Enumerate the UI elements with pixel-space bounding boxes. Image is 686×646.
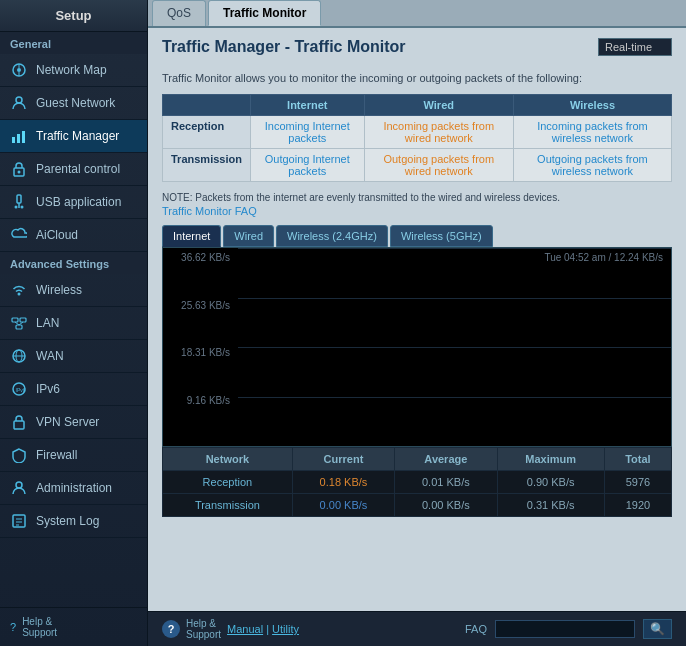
svg-point-13	[21, 206, 24, 209]
transmission-internet: Outgoing Internet packets	[250, 149, 364, 182]
stats-reception-average: 0.01 KB/s	[395, 471, 497, 494]
faq-label: FAQ	[465, 623, 487, 635]
help-section: ? Help & Support Manual | Utility	[162, 618, 299, 640]
svg-point-14	[18, 293, 21, 296]
monitor-tab-wireless24[interactable]: Wireless (2.4GHz)	[276, 225, 388, 247]
graph-line-3	[238, 397, 671, 398]
graph-line-4	[238, 446, 671, 447]
monitor-tab-wireless5[interactable]: Wireless (5GHz)	[390, 225, 493, 247]
setup-header: Setup	[0, 0, 147, 32]
svg-rect-25	[14, 421, 24, 429]
table-row-transmission: Transmission Outgoing Internet packets O…	[163, 149, 672, 182]
stats-transmission-label: Transmission	[163, 494, 293, 517]
col-wired: Wired	[364, 95, 513, 116]
manual-link[interactable]: Manual	[227, 623, 263, 635]
vpn-icon	[10, 413, 28, 431]
sidebar-item-traffic-manager[interactable]: Traffic Manager	[0, 120, 147, 153]
sidebar-item-wan-label: WAN	[36, 349, 64, 363]
sidebar-bottom: ? Help & Support	[0, 607, 147, 646]
sidebar-item-wan[interactable]: WAN	[0, 340, 147, 373]
faq-link[interactable]: Traffic Monitor FAQ	[162, 205, 672, 217]
reception-label: Reception	[163, 116, 251, 149]
svg-point-9	[18, 171, 21, 174]
sidebar-item-guest-network[interactable]: Guest Network	[0, 87, 147, 120]
svg-point-26	[16, 482, 22, 488]
sidebar-item-parental-label: Parental control	[36, 162, 120, 176]
svg-rect-15	[12, 318, 18, 322]
help-circle-icon: ?	[162, 620, 180, 638]
traffic-manager-icon	[10, 127, 28, 145]
syslog-icon	[10, 512, 28, 530]
stats-row-reception: Reception 0.18 KB/s 0.01 KB/s 0.90 KB/s …	[163, 471, 672, 494]
tab-bar: QoS Traffic Monitor	[148, 0, 686, 28]
sidebar-item-aicloud-label: AiCloud	[36, 228, 78, 242]
stats-col-maximum: Maximum	[497, 448, 604, 471]
table-row-reception: Reception Incoming Internet packets Inco…	[163, 116, 672, 149]
svg-text:IPv6: IPv6	[16, 387, 26, 393]
general-section-title: General	[0, 32, 147, 54]
tab-qos[interactable]: QoS	[152, 0, 206, 26]
sidebar-item-wireless-label: Wireless	[36, 283, 82, 297]
faq-search-button[interactable]: 🔍	[643, 619, 672, 639]
sidebar-item-aicloud[interactable]: AiCloud	[0, 219, 147, 252]
stats-reception-total: 5976	[604, 471, 671, 494]
sidebar-item-syslog[interactable]: System Log	[0, 505, 147, 538]
sidebar-item-usb-label: USB application	[36, 195, 121, 209]
tab-traffic-monitor[interactable]: Traffic Monitor	[208, 0, 321, 26]
stats-transmission-total: 1920	[604, 494, 671, 517]
sidebar-item-network-map-label: Network Map	[36, 63, 107, 77]
monitor-tabs: Internet Wired Wireless (2.4GHz) Wireles…	[162, 225, 672, 247]
sidebar-item-lan[interactable]: LAN	[0, 307, 147, 340]
title-row: Traffic Manager - Traffic Monitor Real-t…	[162, 38, 672, 64]
stats-table: Network Current Average Maximum Total Re…	[162, 447, 672, 517]
sidebar-item-ipv6[interactable]: IPv6 IPv6	[0, 373, 147, 406]
help-links: Manual | Utility	[227, 623, 299, 635]
graph-line-0	[238, 248, 671, 249]
graph-y-labels: 36.62 KB/s 25.63 KB/s 18.31 KB/s 9.16 KB…	[163, 248, 238, 446]
sidebar-item-network-map[interactable]: Network Map	[0, 54, 147, 87]
graph-container: 36.62 KB/s 25.63 KB/s 18.31 KB/s 9.16 KB…	[162, 247, 672, 447]
monitor-tab-internet[interactable]: Internet	[162, 225, 221, 247]
sidebar-item-administration[interactable]: Administration	[0, 472, 147, 505]
sidebar-item-vpn-label: VPN Server	[36, 415, 99, 429]
svg-rect-10	[17, 195, 21, 203]
help-support-text: Help & Support	[22, 616, 57, 638]
sidebar-item-admin-label: Administration	[36, 481, 112, 495]
y-label-0: 36.62 KB/s	[167, 252, 234, 263]
stats-reception-current: 0.18 KB/s	[292, 471, 394, 494]
utility-link[interactable]: Utility	[272, 623, 299, 635]
ipv6-icon: IPv6	[10, 380, 28, 398]
wireless-icon	[10, 281, 28, 299]
svg-rect-5	[12, 137, 15, 143]
sidebar-item-parental[interactable]: Parental control	[0, 153, 147, 186]
sidebar-item-vpn[interactable]: VPN Server	[0, 406, 147, 439]
stats-transmission-average: 0.00 KB/s	[395, 494, 497, 517]
admin-icon	[10, 479, 28, 497]
advanced-section-title: Advanced Settings	[0, 252, 147, 274]
stats-reception-label: Reception	[163, 471, 293, 494]
stats-reception-maximum: 0.90 KB/s	[497, 471, 604, 494]
y-label-2: 18.31 KB/s	[167, 347, 234, 358]
bottom-bar: ? Help & Support Manual | Utility FAQ 🔍	[148, 611, 686, 646]
graph-area	[238, 248, 671, 446]
sidebar-item-wireless[interactable]: Wireless	[0, 274, 147, 307]
svg-point-12	[15, 206, 18, 209]
transmission-wireless: Outgoing packets from wireless network	[513, 149, 671, 182]
reception-internet: Incoming Internet packets	[250, 116, 364, 149]
help-support-label: Help & Support	[186, 618, 221, 640]
sidebar-item-firewall[interactable]: Firewall	[0, 439, 147, 472]
sidebar-item-usb[interactable]: USB application	[0, 186, 147, 219]
y-label-3: 9.16 KB/s	[167, 395, 234, 406]
sidebar-item-syslog-label: System Log	[36, 514, 99, 528]
stats-transmission-current: 0.00 KB/s	[292, 494, 394, 517]
stats-col-average: Average	[395, 448, 497, 471]
stats-col-network: Network	[163, 448, 293, 471]
realtime-select[interactable]: Real-time	[598, 38, 672, 56]
faq-search-input[interactable]	[495, 620, 635, 638]
info-table: Internet Wired Wireless Reception Incomi…	[162, 94, 672, 182]
graph-timestamp: Tue 04:52 am / 12.24 KB/s	[544, 252, 663, 263]
monitor-tab-wired[interactable]: Wired	[223, 225, 274, 247]
graph-line-2	[238, 347, 671, 348]
note-text: NOTE: Packets from the internet are even…	[162, 192, 672, 203]
sidebar: Setup General Network Map Guest Network …	[0, 0, 148, 646]
